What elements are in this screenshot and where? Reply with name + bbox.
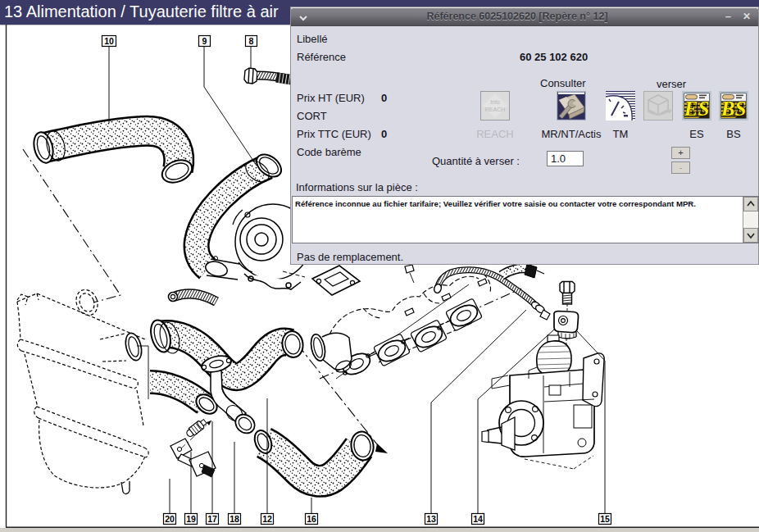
svg-text:14: 14 [473, 514, 483, 524]
svg-text:12: 12 [262, 514, 272, 524]
svg-text:15: 15 [600, 514, 610, 524]
svg-text:REACH: REACH [485, 107, 506, 112]
svg-text:9: 9 [202, 36, 207, 46]
svg-text:ES: ES [684, 98, 710, 120]
svg-text:18: 18 [230, 514, 239, 524]
svg-text:16: 16 [307, 514, 316, 524]
svg-text:Info: Info [490, 99, 500, 105]
svg-text:17: 17 [207, 514, 217, 524]
svg-text:19: 19 [186, 514, 196, 524]
svg-text:8: 8 [249, 36, 254, 46]
svg-text:10: 10 [104, 36, 114, 46]
svg-text:20: 20 [165, 514, 175, 524]
svg-text:13: 13 [426, 514, 436, 524]
svg-text:BS: BS [720, 98, 747, 120]
